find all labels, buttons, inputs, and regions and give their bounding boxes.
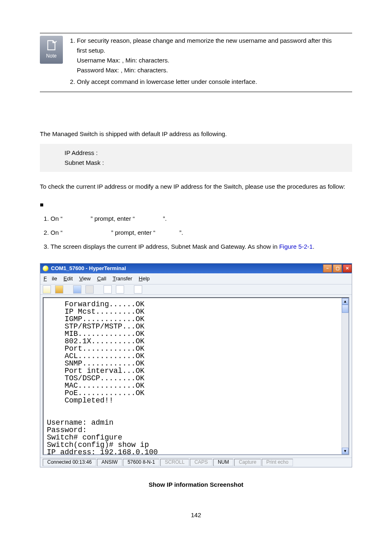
status-caps: CAPS	[190, 459, 212, 466]
toolbar-new-icon[interactable]	[43, 285, 51, 294]
procedure-step-1: On “ ” prompt, enter “ ”.	[51, 214, 352, 224]
maximize-button[interactable]: ▢	[333, 264, 342, 273]
ip-address-label: IP Address :	[65, 148, 348, 158]
scroll-down-icon[interactable]: ▼	[342, 448, 348, 454]
note-text: Only accept command in lowercase letter …	[77, 78, 257, 85]
page-number: 142	[40, 510, 352, 520]
scrollbar[interactable]: ▲ ▼	[341, 298, 348, 454]
t: ” prompt, enter “	[91, 215, 135, 222]
figure-ref: Figure 5-2-1	[279, 243, 313, 250]
t: ”.	[163, 215, 166, 222]
status-connected: Connected 00:13:46	[43, 459, 96, 466]
note-item-1: For security reason, please change and m…	[77, 36, 352, 75]
procedure-step-3: The screen displays the current IP addre…	[51, 242, 352, 252]
menu-transfer[interactable]: Transfer	[113, 275, 132, 282]
note-item-2: Only accept command in lowercase letter …	[77, 77, 352, 87]
t: The screen displays the current IP addre…	[51, 243, 279, 250]
scroll-up-icon[interactable]: ▲	[342, 298, 348, 305]
status-params: 57600 8-N-1	[123, 459, 159, 466]
menu-call[interactable]: Call	[97, 275, 106, 282]
terminal-area[interactable]: Forwarding......OK IP Mcst.........OK IG…	[43, 297, 349, 455]
note-username-line: Username Max: , Min: characters.	[77, 57, 169, 64]
note-text: For security reason, please change and m…	[77, 37, 332, 44]
subnet-mask-label: Subnet Mask :	[65, 158, 348, 168]
status-printecho: Print echo	[262, 459, 293, 466]
status-emulation: ANSIW	[97, 459, 122, 466]
note-password-line: Password Max: , Min: characters.	[77, 67, 168, 74]
window-title: COM1_57600 - HyperTerminal	[51, 264, 126, 273]
intro-text: The Managed Switch is shipped with defau…	[40, 129, 352, 139]
status-num: NUM	[213, 459, 233, 466]
t: ”.	[179, 229, 183, 236]
note-icon: Note	[40, 36, 63, 64]
toolbar-receive-icon[interactable]	[116, 285, 124, 294]
note-text: first setup.	[77, 47, 105, 54]
terminal-output: Forwarding......OK IP Mcst.........OK IG…	[44, 298, 341, 454]
t: On “	[51, 215, 62, 222]
note-list: For security reason, please change and m…	[77, 36, 352, 87]
window-titlebar[interactable]: COM1_57600 - HyperTerminal – ▢ ✕	[40, 264, 352, 273]
toolbar-connect-icon[interactable]	[73, 285, 81, 294]
bullet-heading: ■	[40, 200, 352, 210]
status-capture: Capture	[234, 459, 261, 466]
menubar: File Edit View Call Transfer Help	[40, 273, 352, 284]
hyperterminal-window: COM1_57600 - HyperTerminal – ▢ ✕ File Ed…	[40, 263, 352, 467]
procedure-step-2: On “ ” prompt, enter “ ”.	[51, 228, 352, 238]
menu-help[interactable]: Help	[139, 275, 150, 282]
toolbar-disconnect-icon[interactable]	[85, 285, 94, 294]
statusbar: Connected 00:13:46 ANSIW 57600 8-N-1 SCR…	[40, 458, 352, 467]
check-line: To check the current IP address or modif…	[40, 182, 352, 192]
note-label: Note	[46, 52, 56, 60]
note-doc-icon	[45, 39, 58, 51]
menu-file[interactable]: File	[44, 275, 57, 282]
scroll-thumb[interactable]	[342, 305, 348, 313]
toolbar-properties-icon[interactable]	[134, 285, 142, 294]
toolbar	[40, 284, 352, 295]
toolbar-send-icon[interactable]	[104, 285, 112, 294]
menu-edit[interactable]: Edit	[64, 275, 73, 282]
t: ” prompt, enter “	[111, 229, 156, 236]
menu-view[interactable]: View	[79, 275, 91, 282]
figure-caption: Show IP information Screenshot	[40, 480, 352, 490]
close-button[interactable]: ✕	[343, 264, 352, 273]
t: .	[313, 243, 314, 250]
app-icon	[43, 266, 48, 271]
minimize-button[interactable]: –	[323, 264, 332, 273]
toolbar-open-icon[interactable]	[55, 285, 63, 294]
ip-default-block: IP Address : Subnet Mask :	[40, 144, 352, 172]
procedure-list: On “ ” prompt, enter “ ”. On “ ” prompt,…	[40, 214, 352, 252]
t: On “	[51, 229, 62, 236]
status-scroll: SCROLL	[160, 459, 189, 466]
